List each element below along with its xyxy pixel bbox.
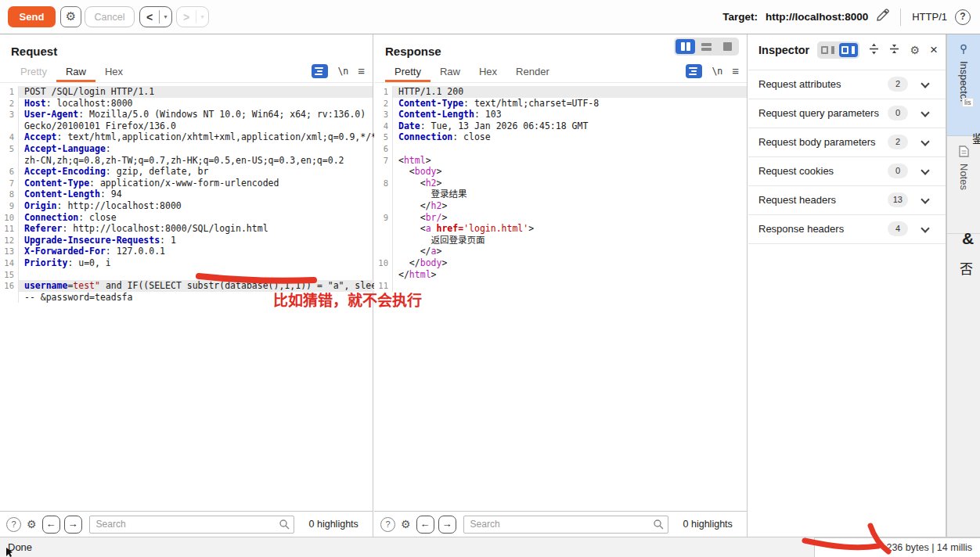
code-line[interactable]: 11Referer: http://localhost:8000/SQL/log… [0,223,373,235]
inspector-view-toggle-group [817,41,859,59]
code-line[interactable]: 登录结果 [374,189,747,200]
layout-single-button[interactable] [718,39,737,54]
prettify-icon[interactable] [686,64,702,78]
http-version-selector[interactable]: HTTP/1 [912,11,947,23]
search-next-button[interactable]: → [438,516,456,534]
code-line[interactable]: 3User-Agent: Mozilla/5.0 (Windows NT 10.… [0,109,373,120]
inspector-section-row[interactable]: Request headers13 [748,186,946,215]
history-back-button[interactable]: < ▾ [139,6,172,27]
search-next-button[interactable]: → [64,516,82,534]
code-line[interactable]: 8Content-Length: 94 [0,189,373,200]
code-line[interactable]: 7<html> [374,155,747,167]
code-line[interactable]: 11 [374,280,747,292]
help-icon[interactable]: ? [955,9,971,25]
code-line[interactable]: 3Content-Length: 103 [374,109,747,120]
edit-target-pencil-icon[interactable] [876,9,889,25]
layout-columns-button[interactable] [676,39,695,54]
inspector-section-row[interactable]: Request query parameters0 [748,99,946,128]
history-forward-button[interactable]: > ▾ [176,6,209,27]
code-line[interactable]: 6Accept-Encoding: gzip, deflate, br [0,166,373,178]
show-newlines-toggle[interactable]: \n [712,66,722,77]
search-help-icon[interactable]: ? [6,517,21,532]
line-number [374,166,393,178]
code-line[interactable]: 8 <h2> [374,178,747,189]
line-content: </a> [393,246,747,257]
code-line[interactable]: 4Accept: text/html,application/xhtml+xml… [0,131,373,143]
code-line[interactable]: <body> [374,166,747,178]
code-line[interactable]: 7Content-Type: application/x-www-form-ur… [0,178,373,189]
code-line[interactable]: 6 [374,143,747,155]
chevron-down-icon[interactable] [921,137,929,146]
search-help-icon[interactable]: ? [380,517,395,532]
search-settings-gear-icon[interactable]: ⚙ [401,518,411,530]
code-line[interactable]: 5Connection: close [374,131,747,143]
cancel-button[interactable]: Cancel [85,6,135,27]
code-line[interactable]: 10 </body> [374,257,747,269]
inspector-section-row[interactable]: Response headers4 [748,215,946,244]
show-newlines-toggle[interactable]: \n [337,66,348,77]
response-tab-pretty[interactable]: Pretty [385,66,431,82]
code-line[interactable]: 1HTTP/1.1 200 [374,86,747,98]
side-tab-inspector[interactable]: Inspector [947,34,980,136]
code-line[interactable]: zh-CN,zh;q=0.8,zh-TW;q=0.7,zh-HK;q=0.5,e… [0,155,373,167]
code-line[interactable]: 14Priority: u=0, i [0,257,373,269]
request-tab-raw[interactable]: Raw [56,66,95,82]
request-editor[interactable]: 1POST /SQL/login HTTP/1.12Host: localhos… [0,86,373,303]
document-icon [959,146,969,157]
code-line[interactable]: 9 <br/> [374,212,747,224]
search-prev-button[interactable]: ← [42,516,60,534]
inspector-close-icon[interactable]: × [930,45,938,56]
send-button[interactable]: Send [8,6,56,27]
inspector-section-row[interactable]: Request body parameters2 [748,128,946,157]
request-tab-hex[interactable]: Hex [95,66,132,82]
response-tab-hex[interactable]: Hex [470,66,506,82]
code-line[interactable]: 10Connection: close [0,212,373,224]
code-line[interactable]: 16username=test" and IF((SELECT substr(d… [0,280,373,292]
inspector-section-row[interactable]: Request cookies0 [748,157,946,186]
inspector-view-docked-button[interactable] [839,43,858,57]
forward-dropdown-caret-icon[interactable]: ▾ [196,13,208,20]
code-line[interactable]: </a> [374,246,747,257]
code-line[interactable]: 12Upgrade-Insecure-Requests: 1 [0,235,373,246]
code-line[interactable]: 13X-Forwarded-For: 127.0.0.1 [0,246,373,257]
chevron-down-icon[interactable] [921,166,929,174]
code-line[interactable]: -- &password=teadsfa [0,292,373,304]
code-line[interactable]: Gecko/20100101 Firefox/136.0 [0,120,373,132]
prettify-icon[interactable] [312,64,328,78]
response-editor[interactable]: 1HTTP/1.1 2002Content-Type: text/html;ch… [374,86,747,292]
code-line[interactable]: 2Host: localhost:8000 [0,98,373,110]
inspector-section-row[interactable]: Request attributes2 [748,70,946,99]
code-line[interactable]: 2Content-Type: text/html;charset=UTF-8 [374,98,747,110]
code-line[interactable]: 15 [0,269,373,281]
response-search-input[interactable] [463,516,668,534]
side-tab-notes-label: Notes [958,164,970,190]
code-line[interactable]: <a href='login.html'> [374,223,747,235]
chevron-down-icon[interactable] [921,108,929,117]
code-line[interactable]: 5Accept-Language: [0,143,373,155]
chevron-down-icon[interactable] [921,195,929,203]
request-search-input[interactable] [89,516,294,534]
request-tab-pretty[interactable]: Pretty [11,66,56,82]
editor-menu-icon[interactable]: ≡ [732,67,739,75]
inspector-settings-gear-icon[interactable]: ⚙ [910,44,921,56]
chevron-down-icon[interactable] [921,79,929,88]
response-tab-raw[interactable]: Raw [431,66,470,82]
code-line[interactable]: 1POST /SQL/login HTTP/1.1 [0,86,373,98]
search-settings-gear-icon[interactable]: ⚙ [27,518,37,530]
back-dropdown-caret-icon[interactable]: ▾ [160,13,171,20]
send-settings-gear-icon[interactable]: ⚙ [60,6,81,27]
collapse-all-icon[interactable] [888,43,900,58]
expand-all-icon[interactable] [868,43,880,58]
response-tab-render[interactable]: Render [506,66,559,82]
code-line[interactable]: </html> [374,269,747,281]
code-line[interactable]: 9Origin: http://localhost:8000 [0,200,373,212]
side-tab-notes[interactable]: Notes [947,136,980,234]
layout-rows-button[interactable] [697,39,716,54]
chevron-down-icon[interactable] [921,224,929,232]
code-line[interactable]: 返回登录页面 [374,235,747,246]
code-line[interactable]: 4Date: Tue, 13 Jan 2026 06:45:18 GMT [374,120,747,132]
inspector-view-split-button[interactable] [819,43,838,57]
search-prev-button[interactable]: ← [416,516,434,534]
code-line[interactable]: </h2> [374,200,747,212]
editor-menu-icon[interactable]: ≡ [358,67,365,75]
